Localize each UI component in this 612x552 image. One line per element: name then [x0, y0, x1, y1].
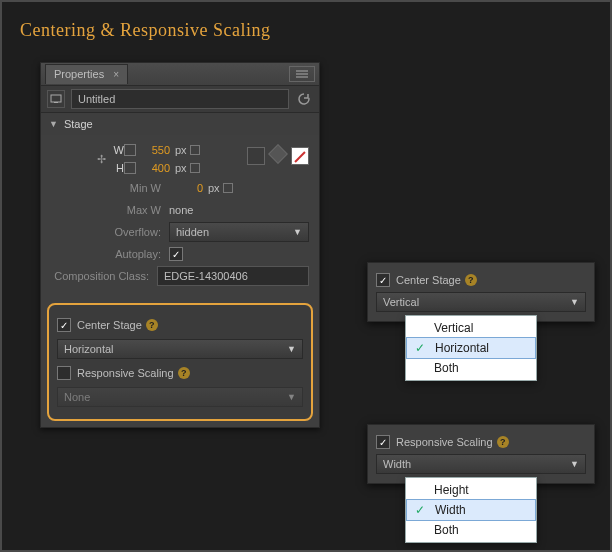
maxw-value[interactable]: none — [169, 204, 193, 216]
unit-toggle-icon[interactable] — [190, 145, 200, 155]
help-icon[interactable]: ? — [497, 436, 509, 448]
menu-item-label: Height — [434, 483, 469, 497]
unit-toggle-icon[interactable] — [223, 183, 233, 193]
center-stage-value: Horizontal — [64, 343, 114, 355]
svg-rect-1 — [54, 102, 58, 103]
lock-icon[interactable] — [124, 162, 136, 174]
stage-icon — [47, 90, 65, 108]
overflow-label: Overflow: — [51, 226, 169, 238]
minw-unit: px — [208, 182, 220, 194]
check-icon: ✓ — [415, 341, 425, 355]
section-stage-body: ✢ W 550 px H 400 px — [41, 135, 319, 297]
panel-menu-button[interactable] — [289, 66, 315, 82]
overflow-value: hidden — [176, 226, 209, 238]
tab-properties[interactable]: Properties × — [45, 64, 128, 84]
width-value[interactable]: 550 — [138, 144, 170, 156]
target-icon: ✢ — [97, 153, 106, 166]
width-unit: px — [175, 144, 187, 156]
swatch-rotated[interactable] — [268, 144, 288, 164]
collapse-icon: ▼ — [49, 119, 58, 129]
center-stage-select[interactable]: Horizontal ▼ — [57, 339, 303, 359]
responsive-select: None ▼ — [57, 387, 303, 407]
section-stage-header[interactable]: ▼ Stage — [41, 113, 319, 135]
height-unit: px — [175, 162, 187, 174]
center-stage-checkbox[interactable]: ✓ — [376, 273, 390, 287]
page-title: Centering & Responsive Scaling — [20, 20, 270, 41]
responsive-checkbox[interactable] — [57, 366, 71, 380]
responsive-value: Width — [383, 458, 411, 470]
menu-item-label: Horizontal — [435, 341, 489, 355]
responsive-label: Responsive Scaling — [77, 367, 174, 379]
document-name-bar — [41, 86, 319, 113]
width-letter: W — [110, 144, 124, 156]
responsive-label: Responsive Scaling — [396, 436, 493, 448]
autoplay-checkbox[interactable]: ✓ — [169, 247, 183, 261]
check-icon: ✓ — [415, 503, 425, 517]
menu-item-both[interactable]: Both — [406, 520, 536, 540]
responsive-menu[interactable]: Height ✓ Width Both — [405, 477, 537, 543]
chevron-down-icon: ▼ — [287, 392, 296, 402]
svg-rect-0 — [51, 95, 61, 102]
highlighted-section: ✓ Center Stage ? Horizontal ▼ Responsive… — [47, 303, 313, 421]
maxw-label: Max W — [51, 204, 169, 216]
compclass-input[interactable] — [157, 266, 309, 286]
chevron-down-icon: ▼ — [293, 227, 302, 237]
center-stage-popout: ✓ Center Stage ? Vertical ▼ — [367, 262, 595, 322]
help-icon[interactable]: ? — [178, 367, 190, 379]
chevron-down-icon: ▼ — [570, 297, 579, 307]
minw-label: Min W — [51, 182, 169, 194]
document-name-input[interactable] — [71, 89, 289, 109]
chevron-down-icon: ▼ — [570, 459, 579, 469]
help-icon[interactable]: ? — [146, 319, 158, 331]
refresh-icon[interactable] — [295, 90, 313, 108]
tab-bar: Properties × — [41, 63, 319, 86]
responsive-value: None — [64, 391, 90, 403]
compclass-label: Composition Class: — [51, 270, 157, 282]
menu-item-height[interactable]: Height — [406, 480, 536, 500]
unit-toggle-icon[interactable] — [190, 163, 200, 173]
lock-icon[interactable] — [124, 144, 136, 156]
swatch-plain[interactable] — [247, 147, 265, 165]
center-stage-label: Center Stage — [396, 274, 461, 286]
swatch-transparent[interactable] — [291, 147, 309, 165]
menu-item-label: Width — [435, 503, 466, 517]
responsive-select[interactable]: Width ▼ — [376, 454, 586, 474]
properties-panel: Properties × ▼ Stage ✢ W 5 — [40, 62, 320, 428]
section-title: Stage — [64, 118, 93, 130]
tab-label: Properties — [54, 68, 104, 80]
menu-item-both[interactable]: Both — [406, 358, 536, 378]
center-stage-menu[interactable]: Vertical ✓ Horizontal Both — [405, 315, 537, 381]
height-letter: H — [110, 162, 124, 174]
close-icon[interactable]: × — [113, 69, 119, 80]
center-stage-checkbox[interactable]: ✓ — [57, 318, 71, 332]
responsive-popout: ✓ Responsive Scaling ? Width ▼ — [367, 424, 595, 484]
menu-item-width[interactable]: ✓ Width — [406, 499, 536, 521]
responsive-checkbox[interactable]: ✓ — [376, 435, 390, 449]
minw-value[interactable]: 0 — [171, 182, 203, 194]
menu-item-vertical[interactable]: Vertical — [406, 318, 536, 338]
menu-item-label: Both — [434, 361, 459, 375]
menu-item-label: Both — [434, 523, 459, 537]
center-stage-select[interactable]: Vertical ▼ — [376, 292, 586, 312]
height-value[interactable]: 400 — [138, 162, 170, 174]
menu-item-horizontal[interactable]: ✓ Horizontal — [406, 337, 536, 359]
swatch-group — [247, 147, 309, 165]
overflow-select[interactable]: hidden ▼ — [169, 222, 309, 242]
center-stage-value: Vertical — [383, 296, 419, 308]
center-stage-label: Center Stage — [77, 319, 142, 331]
menu-item-label: Vertical — [434, 321, 473, 335]
help-icon[interactable]: ? — [465, 274, 477, 286]
autoplay-label: Autoplay: — [51, 248, 169, 260]
chevron-down-icon: ▼ — [287, 344, 296, 354]
